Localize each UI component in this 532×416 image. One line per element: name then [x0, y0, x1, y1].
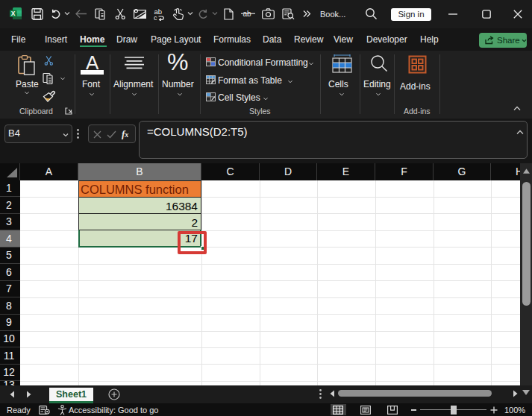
svg-text:X: X — [11, 10, 16, 17]
svg-text:c: c — [154, 14, 157, 21]
